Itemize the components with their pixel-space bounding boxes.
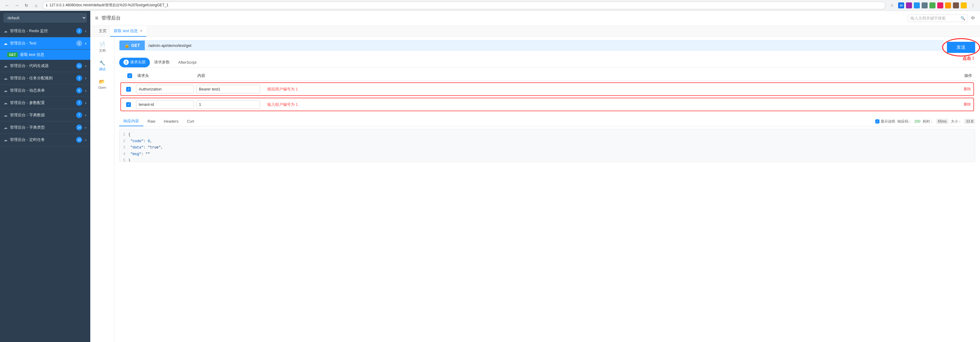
- method-label: GET: [131, 43, 140, 48]
- sub-tabs: 2 请求头部 请求参数 AfterScript: [119, 58, 975, 68]
- show-desc-label: 显示说明: [881, 119, 895, 124]
- col-key-header: 请求头: [137, 73, 197, 78]
- response-tab-raw[interactable]: Raw: [143, 117, 159, 126]
- sidebar-item-codegen[interactable]: ☁ 管理后台 - 代码生成器 11 ∨: [0, 60, 90, 72]
- line-num: 1: [123, 133, 125, 137]
- ext8-icon[interactable]: [961, 2, 967, 8]
- tenant-checkbox[interactable]: ✓: [126, 102, 131, 107]
- sidebar-item-schedtask[interactable]: ☁ 管理后台 - 定时任务 10 ∨: [0, 134, 90, 146]
- response-tab-headers[interactable]: Headers: [159, 117, 183, 126]
- cloud-icon: ☁: [3, 125, 8, 130]
- sidebar-item-taskrules[interactable]: ☁ 管理后台 - 任务分配规则 3 ∨: [0, 72, 90, 84]
- response-tab-body[interactable]: 响应内容: [119, 117, 143, 126]
- back-button[interactable]: ←: [3, 1, 11, 10]
- cloud-icon: ☁: [3, 76, 8, 81]
- sub-tab-request-headers[interactable]: 2 请求头部: [119, 58, 150, 67]
- send-button[interactable]: 发送: [947, 42, 975, 53]
- app-title: 管理后台: [102, 15, 908, 21]
- ext5-icon[interactable]: [937, 2, 943, 8]
- auth-hint: 模拟用户编号为 1: [265, 87, 298, 91]
- open-label: Open: [98, 86, 106, 89]
- cloud-icon: ☁: [3, 64, 8, 68]
- response-tabs: 响应内容 Raw Headers Curl ✓ 显示说明 响应码： 200 耗时…: [119, 117, 975, 127]
- top-header: ≡ 管理后台 🔍 中: [90, 11, 980, 26]
- json-line-4: 4 "msg": "": [123, 151, 971, 158]
- tenant-hint-cell: 输入租户编号为 1: [262, 102, 953, 107]
- sidebar-select[interactable]: default: [3, 13, 87, 22]
- chevron-down-icon: ∨: [84, 138, 87, 141]
- sidebar-badge: 6: [76, 87, 82, 93]
- select-all-checkbox[interactable]: ✓: [127, 73, 132, 78]
- auth-hint-cell: 模拟用户编号为 1: [262, 87, 953, 92]
- sidebar-item-dictdata[interactable]: ☁ 管理后台 - 字典数据 7 ∨: [0, 109, 90, 122]
- tab-close-icon[interactable]: ✕: [140, 29, 143, 33]
- ext2-icon[interactable]: [914, 2, 920, 8]
- show-desc-toggle[interactable]: ✓ 显示说明: [875, 119, 895, 124]
- response-section: 响应内容 Raw Headers Curl ✓ 显示说明 响应码： 200 耗时…: [119, 117, 975, 162]
- show-desc-checkbox[interactable]: ✓: [875, 119, 880, 124]
- open-icon: 📂: [99, 79, 105, 84]
- sidebar-subitem-get-test[interactable]: GET 获取 test 信息: [0, 49, 90, 60]
- browser-actions: ☆ 10 ⋮: [888, 1, 977, 10]
- sidebar-label: 管理后台 - 动态表单: [10, 88, 74, 93]
- left-panel-open[interactable]: 📂 Open: [98, 79, 106, 89]
- lang-button[interactable]: 中: [971, 16, 975, 21]
- sidebar-item-test[interactable]: ☁ 管理后台 - Test 1 ∧: [0, 37, 90, 49]
- header-row-auth: ✓ 模拟用户编号为 1 删除: [120, 82, 974, 96]
- sub-tab-request-params[interactable]: 请求参数: [150, 58, 174, 67]
- menu-icon[interactable]: ≡: [95, 15, 99, 21]
- sidebar-item-dicttype[interactable]: ☁ 管理后台 - 字典类型 14 ∨: [0, 122, 90, 134]
- sidebar-item-params[interactable]: ☁ 管理后台 - 参数配置 7 ∨: [0, 97, 90, 109]
- json-line-5: 5}: [123, 157, 971, 162]
- response-size: 33 B: [964, 119, 975, 124]
- forward-button[interactable]: →: [13, 1, 21, 10]
- tenant-value-input[interactable]: [196, 100, 260, 109]
- json-line-3: 3 "data": "true",: [123, 144, 971, 151]
- ext4-icon[interactable]: [929, 2, 935, 8]
- response-body: 1{ 2 "code": 0, 3 "data": "true", 4: [119, 129, 975, 162]
- ext7-icon[interactable]: [953, 2, 959, 8]
- auth-value-input[interactable]: [196, 85, 260, 93]
- address-bar[interactable]: ℹ 127.0.0.1:48080/doc.html#/default/管理后台…: [43, 2, 886, 10]
- tenant-action-cell: 删除: [956, 102, 971, 107]
- chevron-down-icon: ∨: [84, 89, 87, 92]
- left-panel-debug[interactable]: 🔧 调试: [99, 60, 106, 71]
- sidebar-badge: 10: [76, 137, 82, 143]
- tenant-delete-button[interactable]: 删除: [964, 102, 971, 107]
- sidebar-badge: 3: [76, 75, 82, 81]
- bookmark-button[interactable]: ☆: [888, 1, 896, 10]
- app-layout: default ☁ 管理后台 - Redis 监控 2 ∨ ☁ 管理后台 - T…: [0, 11, 980, 342]
- tenant-key-input[interactable]: [136, 100, 194, 109]
- tab-home[interactable]: 主页: [95, 26, 110, 36]
- search-bar[interactable]: 🔍: [908, 14, 968, 22]
- left-panel-doc[interactable]: 📄 文档: [99, 41, 106, 53]
- header-row-tenant: ✓ 输入租户编号为 1 删除: [120, 98, 974, 111]
- sidebar-label: 管理后台 - Test: [10, 41, 74, 46]
- cloud-icon: ☁: [3, 89, 8, 93]
- ext3-icon[interactable]: [922, 2, 928, 8]
- table-header: ✓ 请求头 内容 操作: [119, 71, 975, 81]
- response-tab-curl[interactable]: Curl: [183, 117, 198, 126]
- sidebar: default ☁ 管理后台 - Redis 监控 2 ∨ ☁ 管理后台 - T…: [0, 11, 90, 342]
- more-button[interactable]: ⋮: [969, 1, 977, 10]
- col-check-header: ✓: [122, 73, 137, 78]
- chevron-down-icon: ∨: [84, 101, 87, 104]
- tab-test-info[interactable]: 获取 test 信息 ✕: [110, 26, 146, 36]
- search-icon: 🔍: [961, 16, 965, 21]
- ext6-icon[interactable]: [945, 2, 951, 8]
- status-code: 200: [915, 119, 920, 124]
- ext1-icon[interactable]: [906, 2, 912, 8]
- auth-checkbox[interactable]: ✓: [126, 87, 131, 92]
- sidebar-item-redis[interactable]: ☁ 管理后台 - Redis 监控 2 ∨: [0, 25, 90, 37]
- sub-tab-afterscript[interactable]: AfterScript: [174, 58, 201, 67]
- auth-delete-button[interactable]: 删除: [964, 87, 971, 92]
- json-line-2: 2 "code": 0,: [123, 138, 971, 145]
- search-input[interactable]: [910, 16, 959, 21]
- sidebar-badge: 7: [76, 100, 82, 106]
- tenant-value-cell: [196, 100, 260, 109]
- sidebar-item-dynamicform[interactable]: ☁ 管理后台 - 动态表单 6 ∨: [0, 84, 90, 97]
- home-button[interactable]: ⌂: [32, 1, 40, 10]
- click-annotation: 点击！: [963, 56, 975, 61]
- reload-button[interactable]: ↻: [22, 1, 31, 10]
- auth-key-input[interactable]: [136, 85, 194, 93]
